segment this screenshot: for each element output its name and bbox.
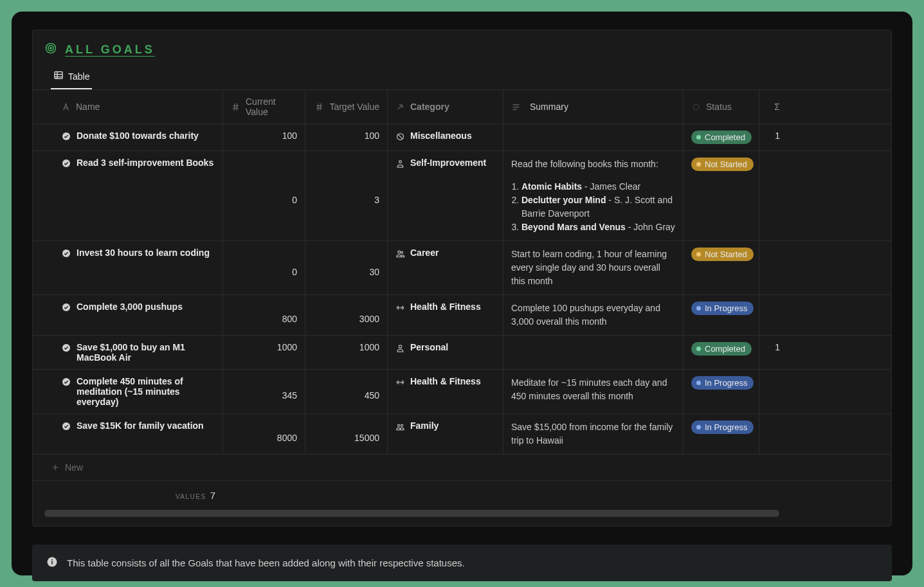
cell-summary[interactable]: Start to learn coding, 1 hour of learnin… <box>503 241 684 294</box>
goal-name: Invest 30 hours to learn coding <box>77 248 210 258</box>
cell-category[interactable]: Personal <box>388 336 503 369</box>
tab-label: Table <box>68 71 89 82</box>
app-frame: ALL GOALS Table Name Curre <box>12 12 912 575</box>
cell-current-value[interactable]: 0 <box>223 151 305 240</box>
table-row[interactable]: Complete 450 minutes of meditation (~15 … <box>33 369 891 413</box>
cell-status[interactable]: Not Started <box>684 241 759 294</box>
target-value: 100 <box>365 131 379 141</box>
cell-sigma[interactable] <box>759 151 788 240</box>
table-row[interactable]: Read 3 self-improvement Books 0 3 Self-I… <box>33 150 891 240</box>
cell-current-value[interactable]: 800 <box>223 295 305 335</box>
hash-icon <box>314 102 324 112</box>
current-value: 800 <box>231 302 297 329</box>
cell-category[interactable]: Health & Fitness <box>388 295 503 335</box>
status-dot-icon <box>696 381 701 385</box>
table-header: Name Current Value Target Value Category… <box>33 89 891 123</box>
cell-current-value[interactable]: 345 <box>223 370 305 413</box>
status-dot-icon <box>696 347 701 351</box>
cell-sigma[interactable] <box>759 241 788 294</box>
cell-category[interactable]: Self-Improvement <box>388 151 503 240</box>
cell-current-value[interactable]: 100 <box>223 124 305 150</box>
cell-name[interactable]: Save $1,000 to buy an M1 MacBook Air <box>33 336 223 369</box>
cell-category[interactable]: Miscellaneous <box>388 124 503 150</box>
cell-status[interactable]: Completed <box>684 124 759 150</box>
cell-summary[interactable]: Complete 100 pushups everyday and 3,000 … <box>503 295 684 335</box>
summary-text: Complete 100 pushups everyday and 3,000 … <box>511 302 675 329</box>
col-current-value[interactable]: Current Value <box>223 90 305 123</box>
table-row[interactable]: Invest 30 hours to learn coding 0 30 Car… <box>33 240 891 294</box>
cell-name[interactable]: Invest 30 hours to learn coding <box>33 241 223 294</box>
target-value: 450 <box>313 376 379 407</box>
cell-status[interactable]: In Progress <box>684 370 759 413</box>
cell-target-value[interactable]: 100 <box>305 124 388 150</box>
cell-current-value[interactable]: 0 <box>223 241 305 294</box>
cell-target-value[interactable]: 15000 <box>305 414 388 454</box>
goal-name: Save $15K for family vacation <box>77 420 204 431</box>
cell-sigma[interactable]: 1 <box>759 124 788 150</box>
cell-sigma[interactable] <box>759 414 788 454</box>
svg-point-2 <box>50 48 52 50</box>
cell-status[interactable]: In Progress <box>684 295 759 335</box>
group-icon <box>395 422 405 431</box>
cell-name[interactable]: Complete 3,000 pushups <box>33 295 223 335</box>
cell-target-value[interactable]: 1000 <box>305 336 388 369</box>
cell-current-value[interactable]: 8000 <box>223 414 305 454</box>
table-row[interactable]: Donate $100 towards charity 100 100 Misc… <box>33 123 891 150</box>
col-status[interactable]: Status <box>684 90 759 123</box>
current-value: 345 <box>231 376 297 407</box>
new-row-button[interactable]: New <box>33 454 891 480</box>
cell-summary[interactable] <box>503 336 684 369</box>
cell-sigma[interactable] <box>759 370 788 413</box>
cell-status[interactable]: Completed <box>684 336 759 369</box>
people-icon <box>395 249 405 258</box>
cell-sigma[interactable]: 1 <box>759 336 788 369</box>
current-value: 0 <box>231 158 297 234</box>
cell-summary[interactable]: Read the following books this month:Atom… <box>503 151 684 240</box>
target-value: 30 <box>313 248 379 288</box>
cell-summary[interactable] <box>503 124 684 150</box>
cell-target-value[interactable]: 3000 <box>305 295 388 335</box>
cell-name[interactable]: Donate $100 towards charity <box>33 124 223 150</box>
col-name[interactable]: Name <box>33 90 223 123</box>
hash-icon <box>231 102 240 112</box>
cell-target-value[interactable]: 30 <box>305 241 388 294</box>
cell-name[interactable]: Complete 450 minutes of meditation (~15 … <box>33 370 223 413</box>
target-icon <box>44 42 57 57</box>
horizontal-scrollbar[interactable] <box>44 510 880 517</box>
status-label: Not Started <box>705 249 747 259</box>
col-category[interactable]: Category <box>388 90 503 123</box>
status-dot-icon <box>696 306 701 311</box>
table-row[interactable]: Complete 3,000 pushups 800 3000 Health &… <box>33 294 891 335</box>
table-row[interactable]: Save $1,000 to buy an M1 MacBook Air 100… <box>33 335 891 369</box>
cell-summary[interactable]: Save $15,000 from income for the family … <box>503 414 684 454</box>
col-sigma[interactable]: Σ <box>759 90 788 123</box>
cell-sigma[interactable] <box>759 295 788 335</box>
cell-target-value[interactable]: 3 <box>305 151 388 240</box>
cell-name[interactable]: Save $15K for family vacation <box>33 414 223 454</box>
values-row: VALUES 7 <box>33 480 891 510</box>
cell-current-value[interactable]: 1000 <box>223 336 305 369</box>
cell-category[interactable]: Health & Fitness <box>388 370 503 413</box>
summary-list: Atomic Habits - James ClearDeclutter you… <box>511 180 675 234</box>
col-target-value[interactable]: Target Value <box>305 90 388 123</box>
goals-table: Name Current Value Target Value Category… <box>33 89 891 517</box>
table-row[interactable]: Save $15K for family vacation 8000 15000… <box>33 413 891 454</box>
cell-category[interactable]: Career <box>388 241 503 294</box>
cell-status[interactable]: Not Started <box>684 151 759 240</box>
cell-summary[interactable]: Meditate for ~15 minutes each day and 45… <box>503 370 684 413</box>
cell-name[interactable]: Read 3 self-improvement Books <box>33 151 223 240</box>
scrollbar-thumb[interactable] <box>44 510 779 517</box>
tab-table[interactable]: Table <box>51 66 92 89</box>
col-summary[interactable]: Summary <box>503 90 684 123</box>
page-title[interactable]: ALL GOALS <box>65 43 155 57</box>
cell-target-value[interactable]: 450 <box>305 370 388 413</box>
list-item: Declutter your Mind - S. J. Scott and Ba… <box>521 194 675 221</box>
status-label: In Progress <box>705 422 747 432</box>
cell-status[interactable]: In Progress <box>684 414 759 454</box>
sparkle-icon <box>691 102 701 112</box>
info-icon <box>46 556 58 570</box>
svg-point-8 <box>399 161 402 163</box>
list-item: Atomic Habits - James Clear <box>521 180 675 194</box>
relation-icon <box>395 102 405 112</box>
cell-category[interactable]: Family <box>388 414 503 454</box>
